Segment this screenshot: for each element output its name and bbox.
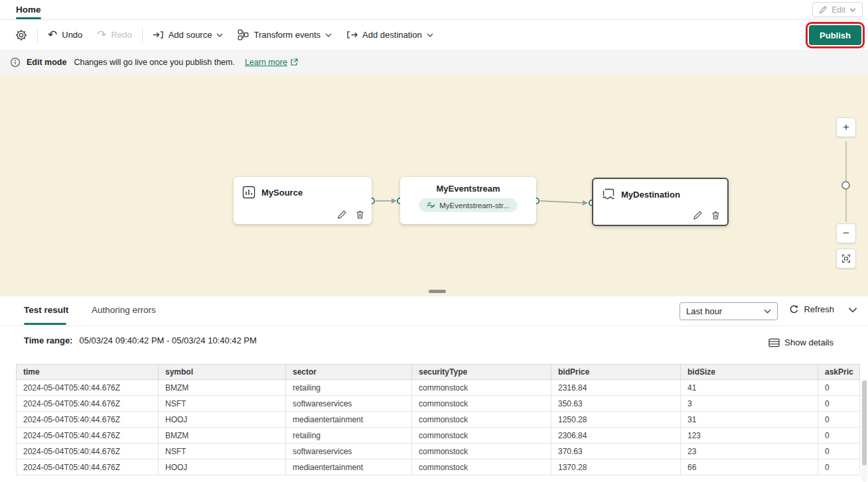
table-cell: 2024-05-04T05:40:44.676Z — [17, 444, 159, 459]
learn-more-label: Learn more — [245, 58, 287, 67]
table-cell: 2024-05-04T05:40:44.676Z — [17, 428, 159, 444]
table-cell: BMZM — [159, 380, 286, 396]
learn-more-link[interactable]: Learn more — [245, 58, 298, 67]
table-row: 2024-05-04T05:40:44.676ZHOOJmediaenterta… — [17, 412, 860, 428]
table-cell: NSFT — [159, 444, 286, 459]
table-cell: commonstock — [412, 444, 551, 459]
delete-node-icon[interactable] — [355, 210, 365, 219]
stream-icon — [427, 201, 435, 210]
edit-mode-banner: Edit mode Changes will go live once you … — [0, 50, 868, 75]
table-row: 2024-05-04T05:40:44.676ZHOOJmediaenterta… — [17, 459, 860, 475]
fit-to-screen-button[interactable] — [836, 249, 856, 269]
table-cell: commonstock — [412, 428, 551, 444]
tab-home-label: Home — [16, 5, 41, 15]
eventstream-badge-label: MyEventstream-str... — [439, 202, 509, 210]
show-details-button[interactable]: Show details — [768, 337, 833, 347]
column-header-askPric: askPric — [818, 365, 860, 380]
table-cell: softwareservices — [286, 444, 412, 459]
transform-events-label: Transform events — [253, 30, 321, 40]
zoom-in-button[interactable]: + — [836, 117, 856, 137]
add-source-button[interactable]: Add source — [145, 25, 231, 46]
chevron-down-icon — [216, 33, 223, 37]
external-link-icon — [290, 58, 298, 66]
node-mydestination[interactable]: MyDestination — [592, 178, 729, 226]
table-row: 2024-05-04T05:40:44.676ZNSFTsoftwareserv… — [17, 396, 860, 412]
pencil-icon — [819, 5, 828, 14]
transform-events-icon — [238, 29, 249, 40]
publish-button[interactable]: Publish — [809, 25, 861, 45]
table-row: 2024-05-04T05:40:44.676ZNSFTsoftwareserv… — [17, 444, 860, 459]
refresh-button[interactable]: Refresh — [789, 304, 834, 314]
refresh-icon — [789, 304, 799, 314]
table-cell: 1250.28 — [551, 412, 681, 428]
toolbar-separator — [37, 28, 38, 42]
table-cell: 31 — [681, 412, 818, 428]
column-header-symbol: symbol — [159, 365, 286, 380]
tab-test-result[interactable]: Test result — [24, 305, 68, 315]
transform-events-button[interactable]: Transform events — [230, 25, 339, 46]
edit-node-icon[interactable] — [693, 210, 703, 220]
eventstream-canvas[interactable]: MySource MyEventstream MyEventstream-str… — [0, 75, 868, 296]
chevron-down-icon — [325, 33, 332, 37]
banner-message: Changes will go live once you publish th… — [74, 58, 235, 67]
refresh-label: Refresh — [804, 304, 834, 314]
tab-test-result-active-indicator — [24, 323, 66, 325]
table-details-icon — [768, 338, 780, 347]
table-cell: 23 — [681, 444, 818, 459]
edit-node-icon[interactable] — [337, 210, 347, 219]
gear-icon — [15, 29, 27, 41]
node-myeventstream[interactable]: MyEventstream MyEventstream-str... — [400, 177, 536, 224]
table-cell: HOOJ — [159, 412, 286, 428]
table-cell: 1370.28 — [551, 459, 681, 475]
table-cell: 0 — [818, 428, 860, 444]
delete-node-icon[interactable] — [711, 210, 721, 220]
redo-button[interactable]: ↷ Redo — [90, 25, 139, 46]
time-range-label: Time range: — [24, 335, 72, 345]
zoom-slider-handle[interactable] — [841, 181, 850, 190]
tab-authoring-errors[interactable]: Authoring errors — [92, 305, 156, 315]
top-bar: Home Edit — [0, 0, 868, 20]
table-cell: 66 — [681, 459, 818, 475]
panel-resize-handle[interactable] — [429, 290, 446, 293]
table-cell: 2024-05-04T05:40:44.676Z — [17, 380, 159, 396]
show-details-label: Show details — [784, 337, 833, 347]
table-cell: 123 — [681, 428, 818, 444]
collapse-panel-chevron-icon[interactable] — [848, 307, 857, 313]
table-cell: 2316.84 — [551, 380, 681, 396]
table-row: 2024-05-04T05:40:44.676ZBMZMretailingcom… — [17, 380, 860, 396]
time-range-value: 05/03/24 09:40:42 PM - 05/03/24 10:40:42… — [79, 335, 256, 345]
add-destination-button[interactable]: Add destination — [339, 25, 441, 46]
time-range-select[interactable]: Last hour — [680, 302, 778, 320]
edit-mode-button[interactable]: Edit — [812, 2, 863, 17]
fit-to-screen-icon — [841, 253, 851, 264]
column-header-bidSize: bidSize — [681, 365, 818, 380]
settings-button[interactable] — [8, 25, 35, 46]
undo-button[interactable]: ↶ Undo — [40, 25, 90, 46]
toolbar-separator — [142, 28, 143, 42]
column-header-bidPrice: bidPrice — [551, 365, 681, 380]
column-header-time: time — [17, 365, 159, 380]
node-title: MyDestination — [621, 190, 680, 200]
table-scrollbar[interactable] — [861, 379, 867, 482]
column-header-securityType: securityType — [412, 365, 551, 380]
banner-title: Edit mode — [27, 58, 66, 67]
table-cell: 41 — [681, 380, 818, 396]
eventstream-badge[interactable]: MyEventstream-str... — [419, 198, 517, 212]
source-chart-icon — [242, 186, 255, 199]
result-table-head-row: timesymbolsectorsecurityTypebidPricebidS… — [17, 365, 860, 380]
table-cell: 0 — [818, 459, 860, 475]
table-scrollbar-thumb[interactable] — [862, 381, 867, 465]
table-cell: commonstock — [412, 380, 551, 396]
bottom-panel: Test result Authoring errors Last hour R… — [0, 296, 868, 482]
node-title: MyEventstream — [400, 177, 536, 194]
node-mysource[interactable]: MySource — [234, 177, 372, 224]
table-row: 2024-05-04T05:40:44.676ZBMZMretailingcom… — [17, 428, 860, 444]
lake-icon — [602, 188, 615, 201]
table-cell: softwareservices — [286, 396, 412, 412]
undo-label: Undo — [62, 30, 82, 40]
test-result-table: timesymbolsectorsecurityTypebidPricebidS… — [16, 364, 860, 475]
table-cell: commonstock — [412, 459, 551, 475]
zoom-out-button[interactable]: − — [836, 223, 856, 243]
chevron-down-icon — [764, 309, 771, 314]
tab-home[interactable]: Home — [16, 5, 41, 15]
